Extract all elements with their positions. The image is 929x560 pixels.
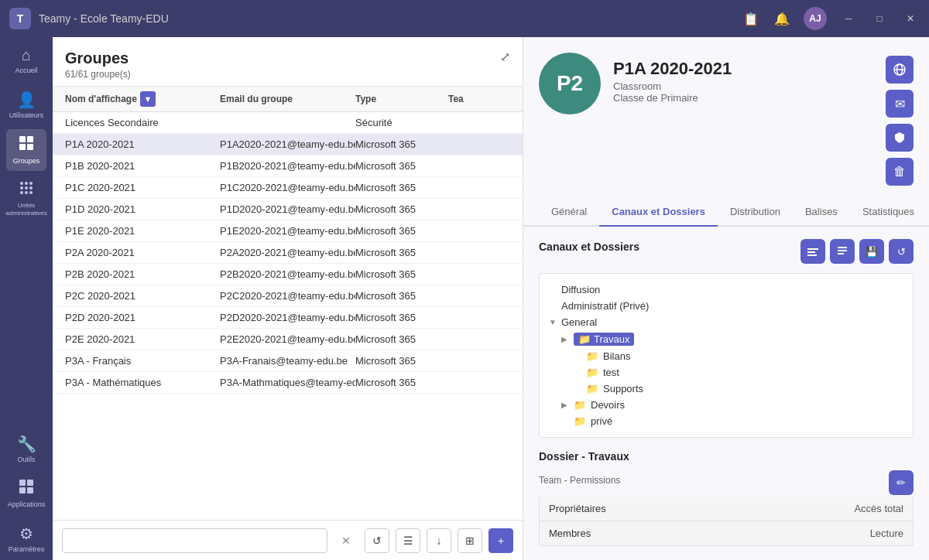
- perm-value: Lecture: [870, 528, 903, 539]
- dossier-title: Dossier - Travaux: [539, 450, 914, 463]
- table-row[interactable]: P1B 2020-2021 P1B2020-2021@teamy-edu.be …: [53, 155, 523, 177]
- tab-général[interactable]: Général: [539, 198, 599, 227]
- bell-icon[interactable]: 🔔: [773, 9, 791, 28]
- expand-button[interactable]: ⤢: [500, 50, 510, 64]
- sidebar-item-unites[interactable]: Unitésadministratives: [6, 174, 46, 223]
- svg-point-7: [20, 186, 23, 190]
- user-avatar[interactable]: AJ: [804, 7, 827, 30]
- cell-type: Microsoft 365: [355, 203, 448, 215]
- groups-table: Nom d'affichage ▼ Email du groupe Type T…: [53, 86, 523, 520]
- tree-item[interactable]: Administratif (Privé): [549, 298, 903, 314]
- tree-item[interactable]: 📁 test: [549, 364, 903, 381]
- download-button[interactable]: ↓: [427, 528, 451, 553]
- filter-input[interactable]: [62, 528, 327, 553]
- table-row[interactable]: P2D 2020-2021 P2D2020-2021@teamy-edu.be …: [53, 307, 523, 329]
- permission-row: Propriétaires Accès total: [539, 497, 914, 521]
- cell-team: [448, 290, 510, 302]
- tools-icon: 🔧: [17, 435, 36, 453]
- table-row[interactable]: P1C 2020-2021 P1C2020-2021@teamy-edu.be …: [53, 177, 523, 199]
- svg-rect-14: [27, 480, 33, 486]
- sidebar-item-accueil[interactable]: ⌂ Accueil: [6, 40, 46, 81]
- sidebar-label-parametres: Paramètres: [9, 545, 45, 554]
- tree-item[interactable]: 📁 privé: [549, 413, 903, 429]
- cell-team: [448, 268, 510, 280]
- cell-email: P1C2020-2021@teamy-edu.be: [220, 182, 355, 193]
- tree-item[interactable]: ▶ 📁 Devoirs: [549, 397, 903, 413]
- table-row[interactable]: P1A 2020-2021 P1A2020-2021@teamy-edu.be …: [53, 134, 523, 155]
- permissions-label: Team - Permissions: [539, 475, 620, 486]
- svg-rect-22: [807, 254, 817, 256]
- svg-point-10: [20, 191, 23, 194]
- col-header-team: Tea: [448, 91, 510, 107]
- cell-name: P2C 2020-2021: [65, 290, 220, 302]
- groups-header: Groupes 61/61 groupe(s) ⤢: [53, 37, 523, 86]
- table-header: Nom d'affichage ▼ Email du groupe Type T…: [53, 86, 523, 112]
- tab-distribution[interactable]: Distribution: [718, 198, 793, 227]
- globe-button[interactable]: [886, 56, 914, 84]
- cell-team: [448, 117, 510, 128]
- table-row[interactable]: Licences Secondaire Sécurité: [53, 112, 523, 134]
- clear-filter-button[interactable]: ✕: [334, 528, 358, 553]
- sidebar-label-utilisateurs: Utilisateurs: [9, 111, 44, 120]
- channel-save-button[interactable]: 💾: [859, 239, 884, 264]
- cell-name: P1E 2020-2021: [65, 225, 220, 237]
- svg-point-12: [29, 191, 33, 194]
- channel-edit-button[interactable]: [830, 239, 855, 264]
- sort-name-button[interactable]: ▼: [140, 91, 156, 107]
- table-row[interactable]: P1E 2020-2021 P1E2020-2021@teamy-edu.be …: [53, 220, 523, 242]
- tree-item[interactable]: ▼ General: [549, 314, 903, 330]
- svg-point-6: [29, 182, 33, 185]
- home-icon: ⌂: [22, 46, 31, 64]
- minimize-button[interactable]: ─: [839, 9, 858, 28]
- tab-canaux-et-dossiers[interactable]: Canaux et Dossiers: [599, 198, 718, 227]
- sidebar: ⌂ Accueil 👤 Utilisateurs Groupes: [0, 37, 53, 560]
- add-button[interactable]: +: [488, 528, 513, 553]
- group-avatar: P2: [539, 53, 601, 114]
- table-row[interactable]: P2C 2020-2021 P2C2020-2021@teamy-edu.be …: [53, 285, 523, 307]
- table-row[interactable]: P3A - Français P3A-Franais@teamy-edu.be …: [53, 350, 523, 372]
- sidebar-label-applications: Applications: [8, 500, 46, 509]
- tab-balises[interactable]: Balises: [793, 198, 850, 227]
- tree-item[interactable]: Diffusion: [549, 282, 903, 298]
- clipboard-icon[interactable]: 📋: [742, 9, 760, 28]
- tab-statistiques[interactable]: Statistiques: [850, 198, 927, 227]
- shield-button[interactable]: [886, 124, 914, 152]
- unites-icon: [19, 180, 34, 200]
- cell-email: P2C2020-2021@teamy-edu.be: [220, 290, 355, 302]
- cell-type: Microsoft 365: [355, 160, 448, 172]
- tree-item[interactable]: 📁 Supports: [549, 381, 903, 397]
- delete-button[interactable]: 🗑: [886, 158, 914, 186]
- tree-item[interactable]: ▶ 📁 Travaux: [549, 330, 903, 348]
- svg-rect-15: [19, 487, 26, 493]
- channels-tree: Diffusion Administratif (Privé) ▼ Genera…: [539, 273, 914, 438]
- svg-rect-20: [807, 248, 818, 250]
- email-button[interactable]: ✉: [886, 90, 914, 118]
- cell-type: Sécurité: [355, 117, 448, 128]
- channel-add-button[interactable]: [800, 239, 825, 264]
- permissions-edit-button[interactable]: ✏: [889, 470, 914, 495]
- refresh-button[interactable]: ↺: [365, 528, 389, 553]
- table-row[interactable]: P1D 2020-2021 P1D2020-2021@teamy-edu.be …: [53, 199, 523, 220]
- sidebar-item-outils[interactable]: 🔧 Outils: [6, 429, 46, 470]
- sidebar-item-groupes[interactable]: Groupes: [6, 129, 46, 172]
- groups-icon: [19, 135, 34, 155]
- table-row[interactable]: P3A - Mathématiques P3A-Mathmatiques@tea…: [53, 372, 523, 394]
- sidebar-item-utilisateurs[interactable]: 👤 Utilisateurs: [6, 84, 46, 126]
- table-row[interactable]: P2A 2020-2021 P2A2020-2021@teamy-edu.be …: [53, 242, 523, 264]
- tree-item[interactable]: 📁 Bilans: [549, 348, 903, 364]
- list-button[interactable]: ☰: [396, 528, 420, 553]
- maximize-button[interactable]: □: [870, 9, 889, 28]
- sidebar-item-parametres[interactable]: ⚙ Paramètres: [6, 518, 46, 560]
- groups-panel: Groupes 61/61 groupe(s) ⤢ Nom d'affichag…: [53, 37, 523, 560]
- copy-button[interactable]: ⊞: [458, 528, 482, 553]
- close-button[interactable]: ✕: [901, 9, 920, 28]
- table-row[interactable]: P2E 2020-2021 P2E2020-2021@teamy-edu.be …: [53, 329, 523, 350]
- cell-team: [448, 203, 510, 215]
- sidebar-label-unites: Unitésadministratives: [5, 202, 46, 217]
- cell-email: P2D2020-2021@teamy-edu.be: [220, 312, 355, 323]
- channel-refresh-button[interactable]: ↺: [889, 239, 914, 264]
- sidebar-item-applications[interactable]: Applications: [6, 473, 46, 515]
- svg-rect-3: [27, 144, 33, 150]
- table-row[interactable]: P2B 2020-2021 P2B2020-2021@teamy-edu.be …: [53, 264, 523, 285]
- svg-rect-25: [838, 253, 844, 254]
